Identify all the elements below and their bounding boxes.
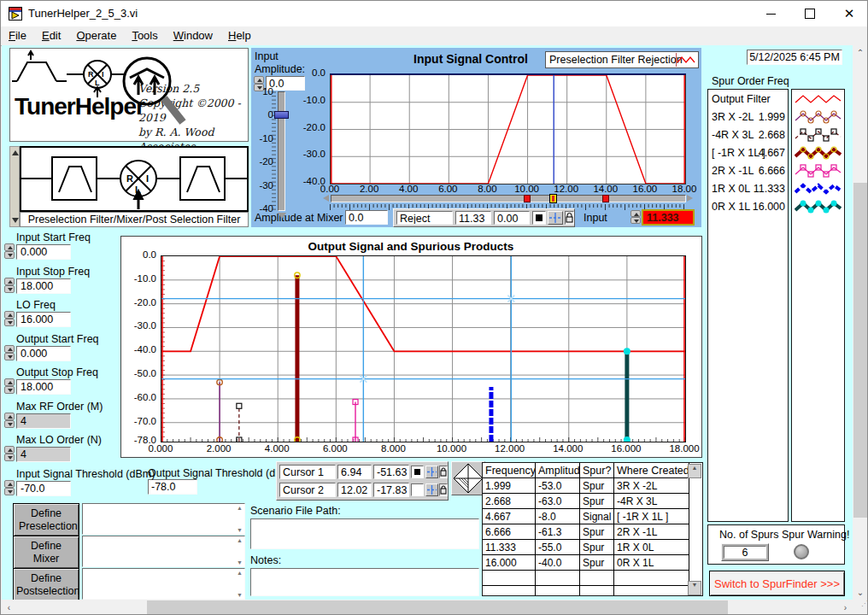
table-cell[interactable]: Spur [580,555,614,571]
menu-operate[interactable]: Operate [68,26,124,42]
scroll-arrows-icon[interactable]: ▲ [237,537,243,543]
table-cell[interactable]: -8.0 [536,509,580,524]
scroll-arrows-icon[interactable]: ▼ [237,559,243,565]
table-cell[interactable] [483,586,536,596]
table-cell[interactable] [614,571,689,586]
diagram-scroll-strip[interactable] [9,146,20,227]
table-cell[interactable] [483,571,536,586]
left-control-field[interactable]: 18.000 [16,379,71,395]
left-control-field[interactable]: 4 [16,413,71,429]
left-control-field[interactable]: -70.0 [16,481,71,496]
table-cell[interactable]: [ -1R X 1L ] [614,509,689,524]
filter-band-marker[interactable] [524,195,531,202]
table-cell[interactable]: 1R X 0L [614,540,689,555]
diagram-scroll-up-icon[interactable] [12,150,19,155]
cursor2-lock-button[interactable] [439,483,448,496]
left-control-field[interactable]: 0.000 [16,244,71,260]
spinner[interactable] [4,243,15,260]
spinner[interactable] [4,413,15,429]
left-control-field[interactable]: 18.000 [16,278,71,294]
table-cell[interactable]: 2.668 [483,494,536,509]
table-cell[interactable]: -63.0 [536,494,580,509]
cursor-move-pad[interactable] [451,461,485,495]
freq-slider-left-arrow-icon[interactable] [323,195,329,202]
amp-slider-track[interactable] [278,91,285,211]
cursor-y-field[interactable]: 0.00 [494,211,530,225]
scroll-arrows-icon[interactable]: ▲ [237,570,243,576]
scroll-down-icon[interactable]: ⌄ [853,585,868,600]
input-freq-display[interactable]: 11.333 [642,209,695,226]
filter-band-marker[interactable] [602,195,609,202]
table-cell[interactable]: Spur [580,540,614,555]
table-cell[interactable]: 11.333 [483,540,536,555]
spinner[interactable] [4,446,15,462]
mixer-input-value[interactable]: 0.0 [345,210,388,225]
legend-entry-label[interactable]: Output Filter [712,93,785,105]
left-control-field[interactable]: 16.000 [16,312,71,327]
spinner[interactable] [4,378,15,395]
menu-edit[interactable]: Edit [34,26,68,42]
output-graph-plot[interactable] [161,255,686,442]
spinner[interactable] [4,278,15,294]
vertical-scrollbar[interactable]: ⌃ ⌄ [853,45,868,600]
input-freq-spinner[interactable] [630,210,642,225]
define-preselection-button[interactable]: Define Preselection [13,503,79,536]
table-cell[interactable]: Spur [580,478,614,494]
cursor-style-button[interactable] [532,211,546,225]
table-cell[interactable]: -55.0 [536,540,580,555]
spinner[interactable] [4,480,15,496]
cursor-name-field[interactable]: Reject [396,211,453,225]
vertical-scroll-thumb[interactable] [853,183,867,518]
table-cell[interactable]: -53.0 [536,478,580,494]
scroll-arrows-icon[interactable]: ▼ [237,592,243,598]
cursor1-y-field[interactable]: -51.63 [373,465,409,479]
table-cell[interactable]: -4R X 3L [614,494,689,509]
menu-file[interactable]: File [1,26,34,42]
cursor2-y-field[interactable]: -17.83 [373,483,409,497]
maximize-button[interactable] [790,1,830,26]
table-cell[interactable]: 2R X -1L [614,524,689,540]
table-cell[interactable]: 1.999 [483,478,536,494]
table-cell[interactable]: -40.0 [536,555,580,571]
cursor-crosshair-button[interactable] [548,211,563,225]
scenario-path-field[interactable] [250,518,479,549]
left-control-field[interactable]: 4 [16,447,71,462]
table-cell[interactable]: -61.3 [536,524,580,540]
scroll-arrows-icon[interactable]: ▲ [237,505,243,511]
horizontal-scrollbar[interactable]: ‹ › [2,600,853,615]
scroll-left-icon[interactable]: ‹ [2,600,16,615]
spur-table[interactable]: FrequencyAmplitudeSpur?Where Created▲1.9… [482,462,703,596]
table-cell[interactable]: 16.000 [483,555,536,571]
table-cell[interactable]: 6.666 [483,524,536,540]
define-postselection-button[interactable]: Define Postselection [13,568,79,601]
cursor2-crosshair-button[interactable] [425,483,438,496]
cursor2-name-field[interactable]: Cursor 2 [279,483,336,497]
cursor1-style-button[interactable] [411,466,424,478]
resize-grip[interactable]: ⋰ [853,600,868,615]
spur-legend-patterns[interactable] [791,89,845,522]
scroll-right-icon[interactable]: › [838,600,853,615]
left-control-field[interactable]: 0.000 [16,346,71,361]
table-cell[interactable]: Spur [580,494,614,509]
cursor1-name-field[interactable]: Cursor 1 [279,465,336,479]
menu-tools[interactable]: Tools [124,26,165,42]
table-cell[interactable] [536,571,580,586]
spur-legend-list[interactable]: Output Filter3R X -2L1.999-4R X 3L2.668[… [707,89,789,522]
table-cell[interactable]: 4.667 [483,509,536,524]
cursor1-crosshair-button[interactable] [425,466,438,478]
cursor2-x-field[interactable]: 12.02 [337,483,372,497]
notes-field[interactable] [250,568,479,596]
table-scroll-down-icon[interactable]: ▼ [688,581,701,595]
table-cell[interactable] [536,586,580,596]
diagram-scroll-down-icon[interactable] [12,218,19,223]
table-cell[interactable]: 3R X -2L [614,478,689,494]
switch-to-spurfinder-button[interactable]: Switch to SpurFinder >>> [709,571,845,596]
freq-slider-track[interactable] [331,195,686,202]
menu-help[interactable]: Help [220,26,259,42]
cursor-x-field[interactable]: 11.33 [455,211,491,225]
table-cell[interactable]: Spur [580,524,614,540]
cursor-lock-button[interactable] [565,211,574,225]
cursor1-x-field[interactable]: 6.94 [337,465,372,479]
table-cell[interactable] [614,586,689,596]
input-freq-marker[interactable] [549,194,557,203]
